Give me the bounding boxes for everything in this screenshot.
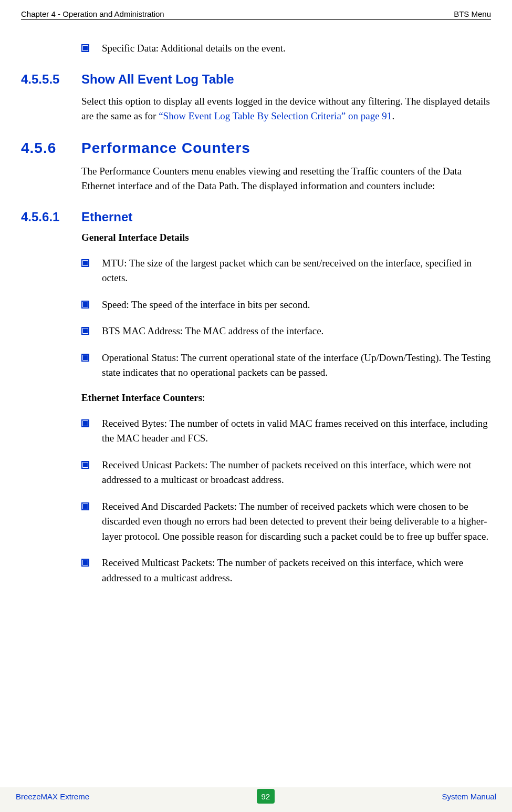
sub-heading-bold: Ethernet Interface Counters	[81, 392, 202, 403]
bullet-text: Received Bytes: The number of octets in …	[102, 416, 491, 446]
header-chapter: Chapter 4 - Operation and Administration	[21, 9, 164, 18]
page-number: 92	[257, 789, 275, 804]
bullet-text: Received Unicast Packets: The number of …	[102, 458, 491, 488]
cross-reference-link[interactable]: “Show Event Log Table By Selection Crite…	[159, 110, 392, 121]
list-item: BTS MAC Address: The MAC address of the …	[81, 324, 491, 339]
page-footer: BreezeMAX Extreme 92 System Manual	[0, 787, 512, 812]
list-item: Received Unicast Packets: The number of …	[81, 458, 491, 488]
bullet-icon	[81, 354, 89, 362]
sub-heading: General Interface Details	[81, 232, 491, 243]
heading-456: 4.5.6 Performance Counters	[21, 140, 491, 157]
header-section: BTS Menu	[454, 9, 491, 18]
heading-title: Performance Counters	[81, 140, 250, 157]
heading-number: 4.5.6	[21, 140, 81, 157]
heading-title: Show All Event Log Table	[81, 72, 234, 87]
bullet-icon	[81, 301, 89, 309]
bullet-icon	[81, 327, 89, 335]
paragraph: The Performance Counters menu enables vi…	[81, 164, 491, 194]
heading-4555: 4.5.5.5 Show All Event Log Table	[21, 72, 491, 87]
list-item: MTU: The size of the largest packet whic…	[81, 256, 491, 286]
bullet-text: Specific Data: Additional details on the…	[102, 41, 286, 56]
bullet-icon	[81, 559, 89, 567]
bullet-icon	[81, 461, 89, 469]
list-item: Speed: The speed of the interface in bit…	[81, 297, 491, 313]
list-item: Specific Data: Additional details on the…	[81, 41, 491, 56]
bullet-text: Speed: The speed of the interface in bit…	[102, 297, 310, 313]
heading-number: 4.5.6.1	[21, 210, 81, 224]
sub-heading: Ethernet Interface Counters:	[81, 392, 491, 404]
page-header: Chapter 4 - Operation and Administration…	[21, 9, 491, 20]
bullet-text: BTS MAC Address: The MAC address of the …	[102, 324, 323, 339]
sub-heading-colon: :	[202, 392, 205, 403]
list-item: Received Bytes: The number of octets in …	[81, 416, 491, 446]
bullet-text: Received And Discarded Packets: The numb…	[102, 499, 491, 544]
footer-manual: System Manual	[442, 792, 496, 801]
bullet-text: Received Multicast Packets: The number o…	[102, 556, 491, 585]
bullet-icon	[81, 259, 89, 267]
list-item: Received And Discarded Packets: The numb…	[81, 499, 491, 544]
bullet-text: MTU: The size of the largest packet whic…	[102, 256, 491, 286]
bullet-icon	[81, 502, 89, 510]
paragraph: Select this option to display all events…	[81, 94, 491, 124]
para-text: .	[392, 110, 394, 121]
list-item: Received Multicast Packets: The number o…	[81, 556, 491, 585]
heading-4561: 4.5.6.1 Ethernet	[21, 210, 491, 224]
list-item: Operational Status: The current operatio…	[81, 351, 491, 381]
footer-product: BreezeMAX Extreme	[16, 792, 89, 801]
bullet-icon	[81, 419, 89, 427]
bullet-icon	[81, 44, 89, 52]
heading-title: Ethernet	[81, 210, 132, 224]
bullet-text: Operational Status: The current operatio…	[102, 351, 491, 381]
heading-number: 4.5.5.5	[21, 72, 81, 87]
